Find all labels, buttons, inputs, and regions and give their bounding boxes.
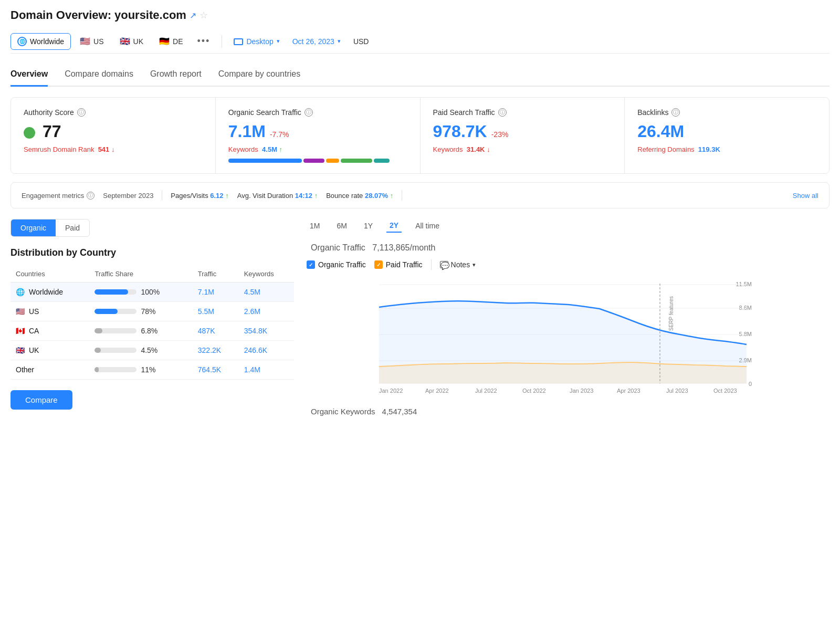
distribution-title: Distribution by Country — [10, 247, 294, 258]
country-name: 🇺🇸 US — [10, 302, 89, 321]
legend-organic[interactable]: ✓ Organic Traffic — [307, 260, 366, 269]
authority-dot — [24, 127, 35, 139]
device-label: Desktop — [246, 37, 273, 46]
left-panel: Organic Paid Distribution by Country Cou… — [10, 219, 294, 417]
favorite-icon[interactable]: ☆ — [200, 9, 208, 21]
bar-purple — [303, 159, 324, 163]
svg-text:5.8M: 5.8M — [739, 331, 752, 337]
organic-keywords: Keywords 4.5M ↑ — [228, 145, 407, 153]
traffic-value: 7.1M — [193, 283, 239, 302]
compare-button[interactable]: Compare — [10, 390, 72, 410]
svg-text:11.5M: 11.5M — [736, 281, 752, 287]
legend-divider — [431, 259, 432, 270]
external-link-icon[interactable]: ↗ — [190, 11, 196, 20]
keywords-value: 246.6K — [239, 341, 294, 360]
notes-button[interactable]: 💬 Notes ▾ — [440, 260, 476, 269]
bounce-rate: Bounce rate 28.07% ↑ — [326, 192, 393, 200]
svg-text:8.6M: 8.6M — [739, 305, 752, 311]
backlinks-label: Backlinks ⓘ — [637, 108, 816, 117]
distribution-table: Countries Traffic Share Traffic Keywords… — [10, 266, 294, 380]
divider — [402, 190, 402, 201]
tab-overview[interactable]: Overview — [10, 64, 48, 87]
table-row[interactable]: 🇬🇧 UK 4.5% 322.2K 246.6K — [10, 341, 294, 360]
pages-visits: Pages/Visits 6.12 ↑ — [171, 192, 228, 200]
keywords-value: 1.4M — [239, 360, 294, 380]
bar-teal — [374, 159, 390, 163]
location-us[interactable]: 🇺🇸 US — [73, 33, 110, 50]
worldwide-label: Worldwide — [30, 37, 64, 46]
chevron-down-icon: ▾ — [338, 38, 341, 45]
engagement-date: September 2023 — [103, 192, 153, 200]
time-all[interactable]: All time — [412, 219, 443, 232]
location-uk[interactable]: 🇬🇧 UK — [113, 33, 150, 50]
organic-label: Organic Search Traffic ⓘ — [228, 108, 407, 117]
backlinks-value: 26.4M — [637, 122, 816, 141]
tab-growth-report[interactable]: Growth report — [150, 64, 202, 87]
more-locations-button[interactable]: ••• — [192, 33, 215, 50]
bar-blue — [228, 159, 302, 163]
nav-tabs: Overview Compare domains Growth report C… — [10, 64, 830, 87]
paid-tab[interactable]: Paid — [56, 219, 89, 236]
backlinks-card: Backlinks ⓘ 26.4M Referring Domains 119.… — [625, 98, 829, 173]
svg-text:0: 0 — [749, 381, 752, 387]
table-row[interactable]: 🇨🇦 CA 6.8% 487K 354.8K — [10, 321, 294, 341]
globe-icon: 🌐 — [17, 37, 27, 46]
location-bar: 🌐 Worldwide 🇺🇸 US 🇬🇧 UK 🇩🇪 DE ••• Deskto… — [10, 29, 830, 54]
traffic-share-bar: 11% — [89, 360, 192, 380]
tab-compare-countries[interactable]: Compare by countries — [218, 64, 301, 87]
traffic-value: 487K — [193, 321, 239, 341]
divider — [222, 35, 222, 48]
time-1m[interactable]: 1M — [307, 219, 323, 232]
info-icon[interactable]: ⓘ — [304, 108, 313, 117]
info-icon[interactable]: ⓘ — [87, 192, 94, 200]
country-name: 🇨🇦 CA — [10, 321, 89, 341]
traffic-share-bar: 100% — [89, 283, 192, 302]
domain-rank: Semrush Domain Rank 541 ↓ — [24, 145, 203, 153]
tab-compare-domains[interactable]: Compare domains — [65, 64, 133, 87]
info-icon[interactable]: ⓘ — [498, 108, 507, 117]
date-selector[interactable]: Oct 26, 2023 ▾ — [287, 34, 346, 49]
svg-text:Apr 2022: Apr 2022 — [425, 388, 449, 394]
device-selector[interactable]: Desktop ▾ — [228, 34, 285, 49]
svg-text:SERP features: SERP features — [668, 296, 674, 331]
authority-score-card: Authority Score ⓘ 77 Semrush Domain Rank… — [11, 98, 216, 173]
paid-traffic-card: Paid Search Traffic ⓘ 978.7K -23% Keywor… — [421, 98, 625, 173]
time-1y[interactable]: 1Y — [361, 219, 376, 232]
currency-label: USD — [348, 34, 374, 49]
time-2y[interactable]: 2Y — [386, 219, 402, 233]
location-de[interactable]: 🇩🇪 DE — [152, 33, 190, 50]
flag-icon: 🇬🇧 — [16, 346, 25, 354]
paid-value: 978.7K -23% — [433, 122, 612, 141]
referring-domains: Referring Domains 119.3K — [637, 145, 816, 153]
info-icon[interactable]: ⓘ — [671, 108, 680, 117]
table-row[interactable]: 🌐 Worldwide 100% 7.1M 4.5M — [10, 283, 294, 302]
table-row[interactable]: Other 11% 764.5K 1.4M — [10, 360, 294, 380]
info-icon[interactable]: ⓘ — [77, 108, 86, 117]
traffic-bars — [228, 159, 407, 163]
legend-paid[interactable]: ✓ Paid Traffic — [374, 260, 423, 269]
svg-text:Jan 2022: Jan 2022 — [379, 388, 403, 394]
keywords-value: 354.8K — [239, 321, 294, 341]
bar-green — [341, 159, 372, 163]
authority-label: Authority Score ⓘ — [24, 108, 203, 117]
organic-traffic-card: Organic Search Traffic ⓘ 7.1M -7.7% Keyw… — [216, 98, 421, 173]
svg-text:Jan 2023: Jan 2023 — [570, 388, 593, 394]
paid-keywords: Keywords 31.4K ↓ — [433, 145, 612, 153]
chart-legend: ✓ Organic Traffic ✓ Paid Traffic 💬 Notes… — [307, 259, 830, 270]
traffic-value: 764.5K — [193, 360, 239, 380]
engagement-bar: Engagement metrics ⓘ September 2023 Page… — [10, 182, 830, 208]
uk-label: UK — [133, 37, 143, 46]
us-flag: 🇺🇸 — [80, 36, 90, 46]
right-panel: 1M 6M 1Y 2Y All time Organic Traffic 7,1… — [307, 219, 830, 417]
traffic-value: 322.2K — [193, 341, 239, 360]
col-traffic-share: Traffic Share — [89, 266, 192, 283]
time-6m[interactable]: 6M — [333, 219, 350, 232]
location-worldwide[interactable]: 🌐 Worldwide — [10, 33, 71, 50]
keywords-value: 2.6M — [239, 302, 294, 321]
globe-icon: 🌐 — [16, 288, 25, 296]
show-all-button[interactable]: Show all — [793, 192, 818, 200]
table-row[interactable]: 🇺🇸 US 78% 5.5M 2.6M — [10, 302, 294, 321]
col-traffic: Traffic — [193, 266, 239, 283]
organic-tab[interactable]: Organic — [11, 219, 56, 236]
svg-text:Jul 2022: Jul 2022 — [475, 388, 497, 394]
